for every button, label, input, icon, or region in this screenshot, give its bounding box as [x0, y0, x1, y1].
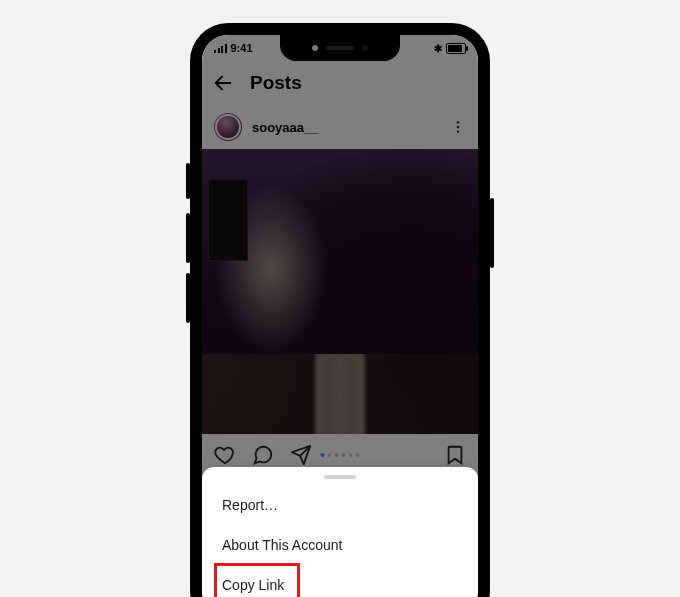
- battery-icon: [446, 43, 466, 54]
- back-arrow-icon[interactable]: [212, 72, 234, 94]
- sensor-dot-icon: [312, 45, 318, 51]
- carousel-dot: [356, 453, 360, 457]
- svg-point-2: [457, 126, 459, 128]
- sheet-item-about[interactable]: About This Account: [202, 525, 478, 565]
- sheet-handle-icon[interactable]: [324, 475, 356, 479]
- phone-side-button: [186, 163, 190, 199]
- like-icon[interactable]: [214, 444, 236, 466]
- carousel-dot: [335, 453, 339, 457]
- carousel-dot: [328, 453, 332, 457]
- carousel-dot: [349, 453, 353, 457]
- status-bar-left: 9:41: [214, 42, 253, 54]
- bluetooth-icon: ✱: [434, 43, 442, 54]
- status-time: 9:41: [231, 42, 253, 54]
- avatar: [214, 113, 242, 141]
- post-header: sooyaaa__: [202, 105, 478, 149]
- phone-side-button: [490, 198, 494, 268]
- action-sheet: Report…About This AccountCopy LinkShare …: [202, 467, 478, 597]
- phone-side-button: [186, 213, 190, 263]
- phone-side-button: [186, 273, 190, 323]
- camera-dot-icon: [362, 45, 368, 51]
- phone-screen: 9:41 ✱ Posts: [202, 35, 478, 597]
- page-title: Posts: [250, 72, 302, 94]
- carousel-indicator: [321, 453, 360, 457]
- demo-stage: 9:41 ✱ Posts: [0, 0, 680, 597]
- carousel-dot: [321, 453, 325, 457]
- post-author[interactable]: sooyaaa__: [214, 113, 319, 141]
- post-username: sooyaaa__: [252, 120, 319, 135]
- post-image[interactable]: [202, 149, 478, 434]
- share-icon[interactable]: [290, 444, 312, 466]
- more-options-button[interactable]: [450, 119, 466, 135]
- status-bar-right: ✱: [434, 43, 466, 54]
- carousel-dot: [342, 453, 346, 457]
- app-top-bar: Posts: [202, 61, 478, 105]
- cellular-signal-icon: [214, 44, 227, 53]
- phone-frame: 9:41 ✱ Posts: [190, 23, 490, 597]
- earpiece-icon: [326, 46, 354, 50]
- svg-point-1: [457, 121, 459, 123]
- comment-icon[interactable]: [252, 444, 274, 466]
- svg-point-3: [457, 130, 459, 132]
- bookmark-icon[interactable]: [444, 444, 466, 466]
- sheet-item-report[interactable]: Report…: [202, 485, 478, 525]
- sheet-item-copy[interactable]: Copy Link: [202, 565, 478, 597]
- phone-notch: [280, 35, 400, 61]
